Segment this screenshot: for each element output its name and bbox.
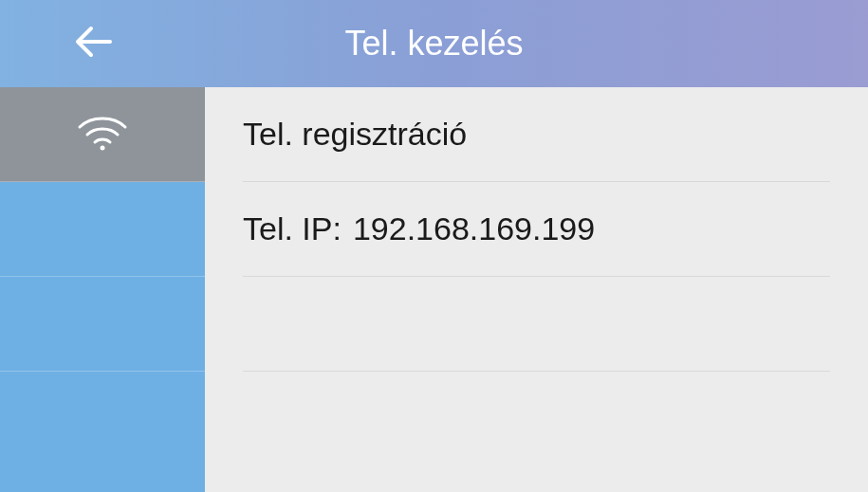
row-tel-ip[interactable]: Tel. IP: 192.168.169.199 [243, 182, 830, 277]
sidebar [0, 87, 205, 492]
header-bar: Tel. kezelés [0, 0, 868, 87]
sidebar-item-empty-3[interactable] [0, 372, 205, 492]
wifi-icon [76, 114, 129, 155]
content-panel: Tel. regisztráció Tel. IP: 192.168.169.1… [205, 87, 868, 492]
svg-point-1 [101, 145, 105, 150]
page-title: Tel. kezelés [0, 24, 868, 64]
back-arrow-icon [72, 19, 118, 68]
sidebar-item-empty-2[interactable] [0, 277, 205, 372]
row-tel-registration[interactable]: Tel. regisztráció [243, 87, 830, 182]
row-label: Tel. IP: [243, 210, 342, 247]
body: Tel. regisztráció Tel. IP: 192.168.169.1… [0, 87, 868, 492]
row-label: Tel. regisztráció [243, 116, 467, 153]
sidebar-item-empty-1[interactable] [0, 182, 205, 277]
screen: Tel. kezelés Tel. regisztráció [0, 0, 868, 492]
row-empty-2 [243, 372, 830, 492]
sidebar-item-wifi[interactable] [0, 87, 205, 182]
row-empty-1 [243, 277, 830, 372]
back-button[interactable] [66, 15, 123, 72]
row-value: 192.168.169.199 [353, 210, 595, 247]
